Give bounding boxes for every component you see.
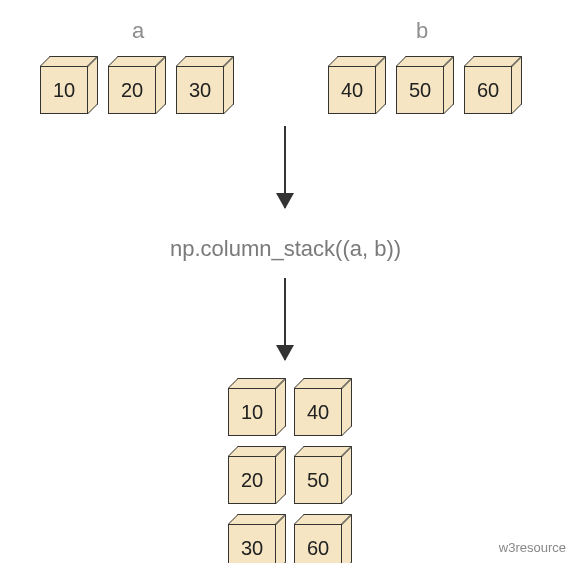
label-b: b <box>416 18 428 44</box>
cube-value: 10 <box>40 66 88 114</box>
cube-r-2-1: 60 <box>294 514 352 563</box>
cube-value: 40 <box>328 66 376 114</box>
cube-a-2: 30 <box>176 56 234 114</box>
cube-value: 30 <box>176 66 224 114</box>
label-a: a <box>132 18 144 44</box>
result-row: 30 60 <box>228 514 352 563</box>
cube-r-2-0: 30 <box>228 514 286 563</box>
cube-value: 50 <box>396 66 444 114</box>
result-grid: 10 40 20 50 30 60 <box>228 378 352 563</box>
result-row: 10 40 <box>228 378 352 436</box>
cube-value: 10 <box>228 388 276 436</box>
operation-text: np.column_stack((a, b)) <box>170 236 401 262</box>
array-b: 40 50 60 <box>328 56 522 114</box>
cube-b-2: 60 <box>464 56 522 114</box>
cube-r-0-1: 40 <box>294 378 352 436</box>
cube-value: 50 <box>294 456 342 504</box>
cube-a-1: 20 <box>108 56 166 114</box>
result-row: 20 50 <box>228 446 352 504</box>
cube-value: 40 <box>294 388 342 436</box>
cube-value: 20 <box>228 456 276 504</box>
cube-b-0: 40 <box>328 56 386 114</box>
cube-value: 20 <box>108 66 156 114</box>
cube-a-0: 10 <box>40 56 98 114</box>
cube-b-1: 50 <box>396 56 454 114</box>
arrow-down-icon <box>284 278 286 360</box>
cube-r-1-1: 50 <box>294 446 352 504</box>
attribution-text: w3resource <box>499 540 566 555</box>
array-a: 10 20 30 <box>40 56 234 114</box>
cube-value: 60 <box>464 66 512 114</box>
arrow-down-icon <box>284 126 286 208</box>
cube-r-1-0: 20 <box>228 446 286 504</box>
cube-r-0-0: 10 <box>228 378 286 436</box>
cube-value: 60 <box>294 524 342 563</box>
cube-value: 30 <box>228 524 276 563</box>
